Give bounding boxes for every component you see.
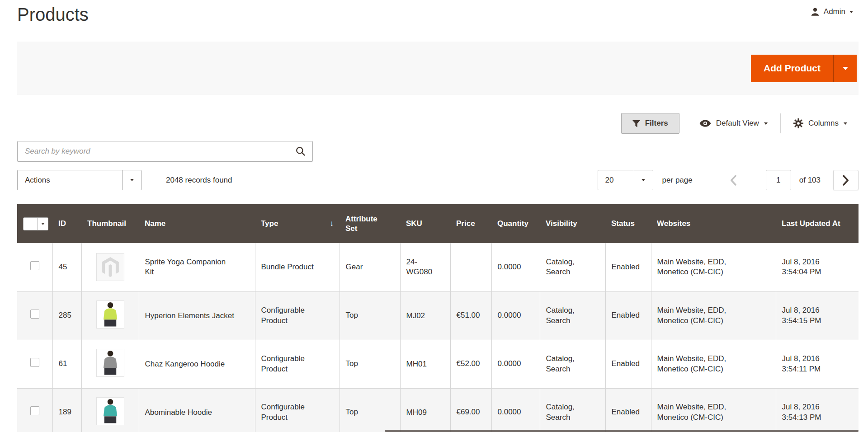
cell-quantity: 0.0000	[491, 388, 540, 432]
cell-status: Enabled	[605, 340, 651, 388]
per-page-select[interactable]: 20	[598, 170, 653, 190]
actions-select[interactable]: Actions	[17, 170, 142, 190]
column-header-sku[interactable]: SKU	[400, 204, 450, 243]
select-all-checkbox[interactable]	[24, 218, 38, 230]
cell-select	[17, 243, 52, 291]
cell-status: Enabled	[605, 291, 651, 340]
select-all-dropdown-toggle[interactable]	[38, 218, 48, 230]
cell-quantity: 0.0000	[491, 243, 540, 291]
cell-status: Enabled	[605, 243, 651, 291]
per-page-value: 20	[598, 170, 634, 190]
cell-visibility: Catalog, Search	[540, 291, 605, 340]
admin-user-label: Admin	[824, 7, 845, 16]
column-header-price[interactable]: Price	[450, 204, 491, 243]
cell-thumbnail	[81, 388, 139, 432]
horizontal-scrollbar-thumb[interactable]	[385, 430, 859, 432]
columns-control-label: Columns	[808, 119, 839, 128]
per-page-select-toggle[interactable]	[634, 170, 653, 190]
product-thumbnail	[96, 301, 124, 329]
row-checkbox[interactable]	[30, 261, 39, 270]
product-photo-icon	[100, 350, 121, 376]
previous-page-button[interactable]	[721, 170, 746, 190]
page-title: Products	[17, 5, 89, 24]
cell-type: Configurable Product	[255, 340, 340, 388]
column-header-attribute-set[interactable]: Attribute Set	[340, 204, 400, 243]
column-header-last-updated[interactable]: Last Updated At	[776, 204, 859, 243]
product-thumbnail-placeholder	[96, 253, 124, 281]
filters-button[interactable]: Filters	[621, 113, 679, 134]
cell-id: 285	[52, 291, 81, 340]
search-icon[interactable]	[296, 146, 305, 156]
cell-name: Chaz Kangeroo Hoodie	[139, 340, 255, 388]
sort-descending-icon: ↓	[330, 219, 334, 228]
chevron-down-icon	[764, 122, 768, 125]
per-page-label: per page	[662, 176, 693, 185]
column-header-quantity[interactable]: Quantity	[491, 204, 540, 243]
table-row[interactable]: 61 Chaz Kangeroo Hoodie Configurable Pro…	[17, 340, 859, 388]
filters-label: Filters	[645, 119, 668, 128]
column-header-websites[interactable]: Websites	[651, 204, 776, 243]
add-product-dropdown-toggle[interactable]	[833, 55, 857, 82]
column-header-select	[17, 204, 52, 243]
cell-sku: 24-WG080	[400, 243, 450, 291]
product-photo-icon	[100, 301, 121, 328]
actions-select-toggle[interactable]	[122, 170, 141, 190]
column-header-id[interactable]: ID	[52, 204, 81, 243]
row-checkbox[interactable]	[30, 406, 39, 415]
row-checkbox[interactable]	[30, 310, 39, 319]
product-photo-icon	[100, 398, 121, 424]
product-thumbnail	[96, 349, 124, 377]
cell-last-updated: Jul 8, 2016 3:54:11 PM	[776, 340, 859, 388]
cell-visibility: Catalog, Search	[540, 340, 605, 388]
cell-id: 61	[52, 340, 81, 388]
cell-select	[17, 340, 52, 388]
admin-user-menu[interactable]: Admin	[811, 7, 859, 16]
columns-control[interactable]: Columns	[793, 118, 847, 128]
chevron-left-icon	[730, 175, 736, 186]
cell-sku: MH01	[400, 340, 450, 388]
cell-price: €69.00	[450, 388, 491, 432]
cell-name: Sprite Yoga Companion Kit	[139, 243, 255, 291]
view-switcher-label: Default View	[716, 119, 759, 128]
pagination-controls: 20 per page of 103	[598, 170, 859, 190]
cell-visibility: Catalog, Search	[540, 388, 605, 432]
table-row[interactable]: 285 Hyperion Elements Jacket Configurabl…	[17, 291, 859, 340]
grid-toolbar: Filters Default View Colu	[17, 113, 859, 134]
filter-icon	[632, 120, 640, 127]
next-page-button[interactable]	[833, 170, 859, 190]
chevron-down-icon	[41, 223, 45, 225]
toolbar-divider	[780, 113, 781, 133]
chevron-down-icon	[843, 67, 848, 70]
chevron-down-icon	[130, 179, 134, 181]
column-header-type[interactable]: Type ↓	[255, 204, 340, 243]
cell-price: €52.00	[450, 340, 491, 388]
cell-name: Hyperion Elements Jacket	[139, 291, 255, 340]
search-input[interactable]	[17, 141, 313, 162]
product-thumbnail	[96, 397, 124, 425]
table-row[interactable]: 189 Abominable Hoodie Configurable Produ…	[17, 388, 859, 432]
cell-type: Configurable Product	[255, 291, 340, 340]
table-row[interactable]: 45 Sprite Yoga Companion Kit Bundle Prod…	[17, 243, 859, 291]
cell-attribute-set: Top	[340, 388, 400, 432]
page-header: Products Admin	[17, 0, 859, 42]
column-header-name[interactable]: Name	[139, 204, 255, 243]
left-controls: Actions 2048 records found	[17, 170, 232, 190]
add-product-button[interactable]: Add Product	[751, 55, 833, 82]
cell-name: Abominable Hoodie	[139, 388, 255, 432]
cell-type: Configurable Product	[255, 388, 340, 432]
row-checkbox[interactable]	[30, 358, 39, 367]
magento-logo-icon	[102, 257, 119, 277]
column-header-visibility[interactable]: Visibility	[540, 204, 605, 243]
cell-thumbnail	[81, 243, 139, 291]
chevron-right-icon	[843, 175, 849, 186]
column-header-thumbnail[interactable]: Thumbnail	[81, 204, 139, 243]
add-product-split-button: Add Product	[751, 55, 857, 82]
column-header-status[interactable]: Status	[605, 204, 651, 243]
column-header-type-label: Type	[261, 219, 278, 228]
chevron-down-icon	[844, 122, 847, 125]
page-actions-bar: Add Product	[17, 42, 859, 95]
cell-type: Bundle Product	[255, 243, 340, 291]
select-all-control[interactable]	[23, 217, 48, 230]
page-number-input[interactable]	[766, 170, 791, 190]
view-switcher[interactable]: Default View	[699, 119, 768, 128]
